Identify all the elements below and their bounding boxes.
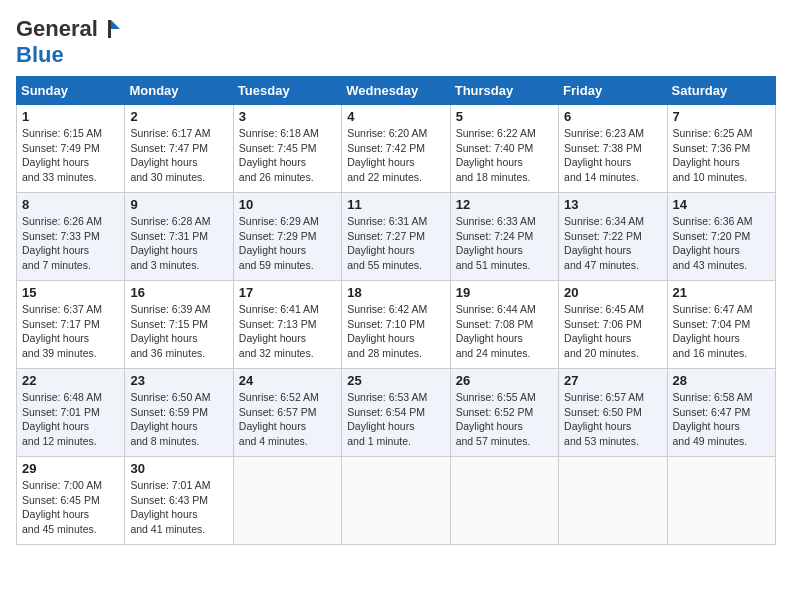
daylight-duration: and 12 minutes. (22, 435, 97, 447)
day-number: 14 (673, 197, 770, 212)
weekday-header: Sunday (17, 77, 125, 105)
daylight-label: Daylight hours (564, 420, 631, 432)
day-number: 6 (564, 109, 661, 124)
daylight-label: Daylight hours (239, 156, 306, 168)
daylight-label: Daylight hours (564, 244, 631, 256)
calendar-cell: 16Sunrise: 6:39 AMSunset: 7:15 PMDayligh… (125, 281, 233, 369)
sunset-label: Sunset: 6:57 PM (239, 406, 317, 418)
calendar-cell: 2Sunrise: 6:17 AMSunset: 7:47 PMDaylight… (125, 105, 233, 193)
sunrise-label: Sunrise: 6:48 AM (22, 391, 102, 403)
day-info: Sunrise: 6:37 AMSunset: 7:17 PMDaylight … (22, 302, 119, 361)
day-info: Sunrise: 6:22 AMSunset: 7:40 PMDaylight … (456, 126, 553, 185)
calendar-header-row: SundayMondayTuesdayWednesdayThursdayFrid… (17, 77, 776, 105)
daylight-duration: and 57 minutes. (456, 435, 531, 447)
calendar-cell: 24Sunrise: 6:52 AMSunset: 6:57 PMDayligh… (233, 369, 341, 457)
sunrise-label: Sunrise: 6:25 AM (673, 127, 753, 139)
logo-blue-text: Blue (16, 42, 64, 68)
sunrise-label: Sunrise: 6:33 AM (456, 215, 536, 227)
daylight-label: Daylight hours (239, 332, 306, 344)
calendar-cell: 30Sunrise: 7:01 AMSunset: 6:43 PMDayligh… (125, 457, 233, 545)
calendar-week-row: 22Sunrise: 6:48 AMSunset: 7:01 PMDayligh… (17, 369, 776, 457)
calendar-cell: 10Sunrise: 6:29 AMSunset: 7:29 PMDayligh… (233, 193, 341, 281)
sunrise-label: Sunrise: 6:37 AM (22, 303, 102, 315)
daylight-label: Daylight hours (564, 332, 631, 344)
day-number: 2 (130, 109, 227, 124)
calendar-cell: 1Sunrise: 6:15 AMSunset: 7:49 PMDaylight… (17, 105, 125, 193)
daylight-label: Daylight hours (347, 244, 414, 256)
daylight-duration: and 53 minutes. (564, 435, 639, 447)
day-info: Sunrise: 6:31 AMSunset: 7:27 PMDaylight … (347, 214, 444, 273)
calendar-cell (342, 457, 450, 545)
sunset-label: Sunset: 7:40 PM (456, 142, 534, 154)
calendar-week-row: 29Sunrise: 7:00 AMSunset: 6:45 PMDayligh… (17, 457, 776, 545)
daylight-duration: and 24 minutes. (456, 347, 531, 359)
sunrise-label: Sunrise: 6:36 AM (673, 215, 753, 227)
day-info: Sunrise: 6:42 AMSunset: 7:10 PMDaylight … (347, 302, 444, 361)
day-info: Sunrise: 6:34 AMSunset: 7:22 PMDaylight … (564, 214, 661, 273)
daylight-label: Daylight hours (673, 156, 740, 168)
calendar-cell: 20Sunrise: 6:45 AMSunset: 7:06 PMDayligh… (559, 281, 667, 369)
day-number: 25 (347, 373, 444, 388)
sunset-label: Sunset: 7:04 PM (673, 318, 751, 330)
day-info: Sunrise: 6:44 AMSunset: 7:08 PMDaylight … (456, 302, 553, 361)
day-info: Sunrise: 6:55 AMSunset: 6:52 PMDaylight … (456, 390, 553, 449)
calendar-cell: 11Sunrise: 6:31 AMSunset: 7:27 PMDayligh… (342, 193, 450, 281)
sunset-label: Sunset: 7:33 PM (22, 230, 100, 242)
day-info: Sunrise: 7:00 AMSunset: 6:45 PMDaylight … (22, 478, 119, 537)
sunset-label: Sunset: 6:47 PM (673, 406, 751, 418)
daylight-label: Daylight hours (130, 332, 197, 344)
day-info: Sunrise: 6:48 AMSunset: 7:01 PMDaylight … (22, 390, 119, 449)
sunrise-label: Sunrise: 6:50 AM (130, 391, 210, 403)
sunset-label: Sunset: 6:50 PM (564, 406, 642, 418)
day-number: 4 (347, 109, 444, 124)
day-number: 3 (239, 109, 336, 124)
day-number: 23 (130, 373, 227, 388)
calendar-cell: 17Sunrise: 6:41 AMSunset: 7:13 PMDayligh… (233, 281, 341, 369)
day-info: Sunrise: 6:57 AMSunset: 6:50 PMDaylight … (564, 390, 661, 449)
day-info: Sunrise: 6:50 AMSunset: 6:59 PMDaylight … (130, 390, 227, 449)
day-info: Sunrise: 6:26 AMSunset: 7:33 PMDaylight … (22, 214, 119, 273)
svg-marker-0 (111, 20, 120, 29)
daylight-label: Daylight hours (456, 420, 523, 432)
daylight-label: Daylight hours (239, 420, 306, 432)
sunset-label: Sunset: 6:59 PM (130, 406, 208, 418)
daylight-label: Daylight hours (347, 156, 414, 168)
day-number: 21 (673, 285, 770, 300)
calendar-cell (233, 457, 341, 545)
day-info: Sunrise: 6:25 AMSunset: 7:36 PMDaylight … (673, 126, 770, 185)
day-number: 18 (347, 285, 444, 300)
daylight-duration: and 49 minutes. (673, 435, 748, 447)
day-number: 28 (673, 373, 770, 388)
sunrise-label: Sunrise: 6:29 AM (239, 215, 319, 227)
day-number: 9 (130, 197, 227, 212)
daylight-label: Daylight hours (456, 156, 523, 168)
sunrise-label: Sunrise: 6:28 AM (130, 215, 210, 227)
calendar-cell: 27Sunrise: 6:57 AMSunset: 6:50 PMDayligh… (559, 369, 667, 457)
calendar-cell: 12Sunrise: 6:33 AMSunset: 7:24 PMDayligh… (450, 193, 558, 281)
daylight-label: Daylight hours (347, 420, 414, 432)
calendar-cell: 22Sunrise: 6:48 AMSunset: 7:01 PMDayligh… (17, 369, 125, 457)
sunrise-label: Sunrise: 6:44 AM (456, 303, 536, 315)
daylight-label: Daylight hours (130, 420, 197, 432)
calendar-cell (450, 457, 558, 545)
day-info: Sunrise: 7:01 AMSunset: 6:43 PMDaylight … (130, 478, 227, 537)
weekday-header: Monday (125, 77, 233, 105)
sunrise-label: Sunrise: 6:22 AM (456, 127, 536, 139)
daylight-duration: and 7 minutes. (22, 259, 91, 271)
calendar-cell (559, 457, 667, 545)
calendar-cell: 15Sunrise: 6:37 AMSunset: 7:17 PMDayligh… (17, 281, 125, 369)
daylight-label: Daylight hours (130, 156, 197, 168)
calendar-cell: 21Sunrise: 6:47 AMSunset: 7:04 PMDayligh… (667, 281, 775, 369)
sunset-label: Sunset: 6:52 PM (456, 406, 534, 418)
day-info: Sunrise: 6:45 AMSunset: 7:06 PMDaylight … (564, 302, 661, 361)
day-info: Sunrise: 6:18 AMSunset: 7:45 PMDaylight … (239, 126, 336, 185)
sunset-label: Sunset: 7:08 PM (456, 318, 534, 330)
sunrise-label: Sunrise: 6:26 AM (22, 215, 102, 227)
sunrise-label: Sunrise: 6:58 AM (673, 391, 753, 403)
sunset-label: Sunset: 7:38 PM (564, 142, 642, 154)
day-number: 27 (564, 373, 661, 388)
day-info: Sunrise: 6:28 AMSunset: 7:31 PMDaylight … (130, 214, 227, 273)
sunrise-label: Sunrise: 6:18 AM (239, 127, 319, 139)
weekday-header: Thursday (450, 77, 558, 105)
day-info: Sunrise: 6:23 AMSunset: 7:38 PMDaylight … (564, 126, 661, 185)
